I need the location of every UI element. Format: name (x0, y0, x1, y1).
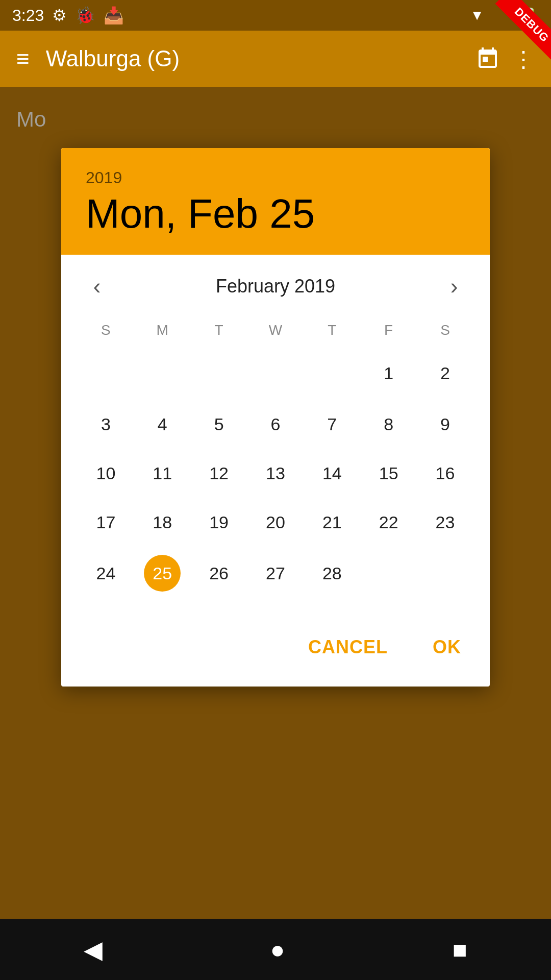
weekday-sun: S (78, 314, 134, 347)
prev-month-button[interactable]: ‹ (82, 271, 112, 302)
day-19[interactable]: 19 (191, 498, 247, 547)
wifi-icon: ▼ (470, 7, 484, 23)
day-empty (78, 347, 134, 400)
day-23[interactable]: 23 (417, 498, 473, 547)
inbox-icon: 📥 (104, 6, 124, 25)
dialog-actions: CANCEL OK (61, 620, 490, 687)
day-empty (247, 347, 304, 400)
day-16[interactable]: 16 (417, 449, 473, 498)
day-17[interactable]: 17 (78, 498, 134, 547)
day-11[interactable]: 11 (134, 449, 191, 498)
weekday-header-row: S M T W T F S (78, 314, 473, 347)
background-content: Mo 2019 Mon, Feb 25 ‹ February 2019 › (0, 87, 551, 924)
day-26[interactable]: 26 (191, 547, 247, 600)
day-1[interactable]: 1 (360, 347, 417, 400)
dialog-header: 2019 Mon, Feb 25 (61, 148, 490, 255)
day-9[interactable]: 9 (417, 400, 473, 449)
day-empty (191, 347, 247, 400)
month-year-label: February 2019 (216, 276, 335, 297)
weekday-fri: F (360, 314, 417, 347)
dialog-year: 2019 (86, 168, 465, 187)
weekday-tue: T (191, 314, 247, 347)
calendar-week-row: 2425262728 (78, 547, 473, 600)
menu-icon[interactable]: ≡ (16, 46, 30, 71)
next-month-button[interactable]: › (439, 271, 469, 302)
calendar-week-row: 17181920212223 (78, 498, 473, 547)
day-28[interactable]: 28 (304, 547, 360, 600)
time-display: 3:23 (12, 6, 44, 25)
status-bar-right: DEBUG ▼ 🔋 (470, 7, 539, 24)
recents-button[interactable]: ■ (453, 936, 467, 964)
debug-label: DEBUG (495, 0, 551, 61)
dialog-overlay: 2019 Mon, Feb 25 ‹ February 2019 › S M (0, 87, 551, 924)
day-13[interactable]: 13 (247, 449, 304, 498)
day-6[interactable]: 6 (247, 400, 304, 449)
debug-ribbon: DEBUG (490, 0, 551, 61)
day-5[interactable]: 5 (191, 400, 247, 449)
status-bar-left: 3:23 ⚙ 🐞 📥 (12, 6, 124, 25)
day-20[interactable]: 20 (247, 498, 304, 547)
day-empty (134, 347, 191, 400)
day-empty (360, 547, 417, 600)
day-10[interactable]: 10 (78, 449, 134, 498)
day-24[interactable]: 24 (78, 547, 134, 600)
day-7[interactable]: 7 (304, 400, 360, 449)
day-15[interactable]: 15 (360, 449, 417, 498)
day-21[interactable]: 21 (304, 498, 360, 547)
month-navigation: ‹ February 2019 › (78, 267, 473, 314)
day-22[interactable]: 22 (360, 498, 417, 547)
status-bar: 3:23 ⚙ 🐞 📥 DEBUG ▼ 🔋 (0, 0, 551, 31)
calendar-body: ‹ February 2019 › S M T W T F (61, 255, 490, 620)
ok-button[interactable]: OK (420, 628, 473, 666)
calendar-grid: S M T W T F S 12345678910111213141516171… (78, 314, 473, 600)
date-picker-dialog: 2019 Mon, Feb 25 ‹ February 2019 › S M (61, 148, 490, 687)
nav-bar: ◀ ● ■ (0, 919, 551, 980)
day-2[interactable]: 2 (417, 347, 473, 400)
gear-icon: ⚙ (52, 6, 67, 25)
bug-icon: 🐞 (75, 6, 95, 25)
day-empty (304, 347, 360, 400)
home-button[interactable]: ● (270, 936, 285, 964)
app-bar-title: Walburga (G) (46, 46, 459, 71)
back-button[interactable]: ◀ (84, 935, 103, 964)
weekday-sat: S (417, 314, 473, 347)
day-25[interactable]: 25 (134, 547, 191, 600)
dialog-selected-date: Mon, Feb 25 (86, 191, 465, 236)
day-3[interactable]: 3 (78, 400, 134, 449)
weekday-wed: W (247, 314, 304, 347)
calendar-week-row: 12 (78, 347, 473, 400)
day-27[interactable]: 27 (247, 547, 304, 600)
weekday-thu: T (304, 314, 360, 347)
day-empty (417, 547, 473, 600)
calendar-week-row: 3456789 (78, 400, 473, 449)
day-14[interactable]: 14 (304, 449, 360, 498)
cancel-button[interactable]: CANCEL (296, 628, 400, 666)
day-12[interactable]: 12 (191, 449, 247, 498)
app-bar: ≡ Walburga (G) ⋮ (0, 31, 551, 87)
day-8[interactable]: 8 (360, 400, 417, 449)
calendar-week-row: 10111213141516 (78, 449, 473, 498)
weekday-mon: M (134, 314, 191, 347)
day-18[interactable]: 18 (134, 498, 191, 547)
day-4[interactable]: 4 (134, 400, 191, 449)
